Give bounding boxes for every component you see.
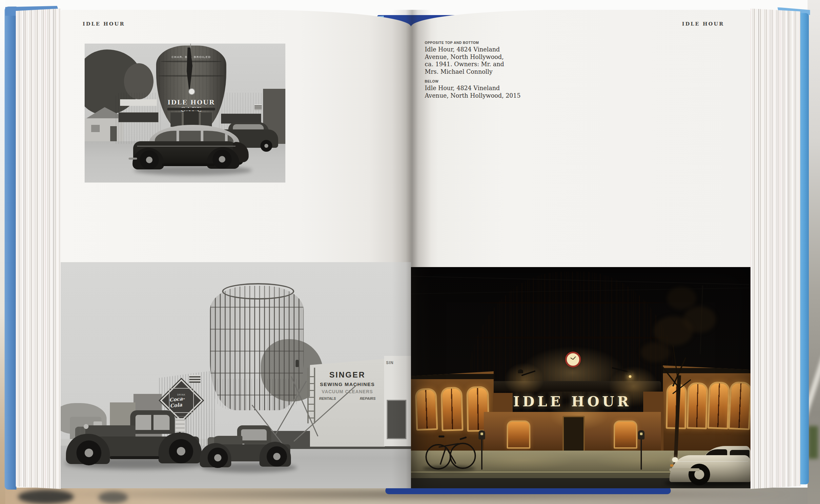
tree-foliage: [667, 287, 696, 310]
caption-block: OPPOSITE TOP AND BOTTOM Idle Hour, 4824 …: [425, 41, 536, 99]
lit-window: [728, 381, 751, 430]
tree-foliage: [641, 342, 670, 362]
wheel-hub: [85, 449, 93, 457]
car-wheel: [208, 448, 228, 468]
book-cover-right-board: [800, 13, 809, 484]
barrel-frame-top-ring: [222, 283, 294, 300]
entrance-canopy: [167, 108, 215, 110]
caption-spacer: [425, 75, 536, 79]
sedan-window-pillars: [155, 131, 234, 142]
cafe-banner: [120, 99, 157, 106]
running-head-right: IDLE HOUR: [682, 21, 724, 27]
bicycle-seat: [439, 436, 444, 437]
porsche-headlight: [672, 457, 678, 462]
porsche-turn-signal: [670, 464, 674, 467]
cottage-window: [91, 125, 100, 132]
lit-window: [415, 388, 438, 431]
coupe-headlight: [84, 424, 88, 429]
tree-foliage: [654, 316, 693, 346]
wheel-hub: [264, 144, 268, 148]
sedan-running-board: [162, 164, 215, 166]
car-wheel: [76, 440, 101, 465]
storefront-sign-partial: SIN: [386, 360, 409, 365]
porsche-body-crease: [673, 461, 748, 462]
caption-line: Idle Hour, 4824 Vineland: [425, 46, 536, 53]
coca-cola-sign-face: DRINK Coca-Cola: [169, 388, 194, 413]
caption-label-below: BELOW: [425, 79, 536, 83]
parking-meter-window: [480, 433, 483, 435]
lit-window: [708, 381, 730, 429]
car-wheel: [169, 439, 193, 463]
photo-idle-hour-1941: CHAR. BRL BROILED IDLE HOUR CAFE: [85, 44, 285, 183]
barrel-clock: [188, 88, 195, 95]
lamp-bulb: [629, 375, 632, 378]
caption-line: Avenue, North Hollywood,: [425, 53, 536, 61]
caption-label-opposite: OPPOSITE TOP AND BOTTOM: [425, 41, 536, 45]
wheel-hub: [273, 453, 281, 460]
coupe-window-pillar: [151, 415, 153, 430]
porsche-wheel: [689, 464, 710, 485]
book-cover-left-board: [5, 7, 16, 490]
photo-idle-hour-2015: IDLE HOUR: [411, 267, 751, 488]
car-wheel: [140, 150, 159, 169]
wheel-hub: [214, 454, 222, 461]
barrel-front-wall: [484, 412, 661, 452]
ladder-rungs: [307, 370, 315, 419]
lit-window: [614, 420, 637, 449]
lit-window: [507, 420, 530, 449]
singer-repairs: REPAIRS: [360, 397, 376, 400]
clock-hand: [570, 358, 573, 360]
entrance-window: [201, 112, 212, 127]
sedan-windows: [155, 131, 234, 142]
bicycle-wheel: [450, 443, 476, 469]
sedan-chrome-trim: [137, 146, 236, 146]
clock-hand: [573, 356, 576, 359]
vent-grille: [189, 375, 200, 383]
storefront-window: [387, 400, 406, 439]
page-stack-left[interactable]: [16, 9, 61, 489]
clock: [565, 352, 581, 367]
small-cafe-sign: [173, 416, 186, 434]
caption-line: Avenue, North Hollywood, 2015: [425, 92, 536, 100]
lit-window: [440, 387, 463, 431]
sedan-bumper: [128, 158, 137, 160]
singer-rentals: RENTALS: [319, 397, 336, 400]
vent-grille: [255, 105, 262, 110]
car-wheel: [267, 446, 287, 467]
book-spread-photo: IDLE HOUR IDLE HOUR OPPOSITE TOP AND BOT…: [0, 0, 820, 504]
caption-line: Mrs. Michael Connolly: [425, 68, 536, 76]
background-car-blur: [808, 426, 818, 459]
singer-sign-line: SEWING MACHINES: [314, 381, 381, 387]
caption-line: ca. 1941. Owners: Mr. and: [425, 61, 536, 68]
barrel-lower-boarding: [215, 379, 300, 410]
cafe-left-windows: [118, 112, 158, 122]
parking-meter-pole: [481, 438, 482, 470]
coupe-running-board: [110, 456, 159, 459]
wheel-hub: [146, 157, 152, 163]
page-stack-right[interactable]: [751, 9, 800, 489]
singer-sign-line: RENTALS REPAIRS: [314, 397, 381, 400]
wing-fascia: [411, 374, 494, 379]
entrance-window: [170, 112, 182, 127]
car-wheel: [261, 140, 272, 152]
running-head-left: IDLE HOUR: [83, 21, 125, 27]
wheel-hub: [177, 447, 185, 456]
photo-idle-hour-construction: SINGER SEWING MACHINES VACUUM CLEANERS R…: [61, 262, 411, 488]
second-car-window: [241, 429, 267, 440]
barrel-hoop: [479, 302, 666, 304]
lit-window: [687, 382, 708, 429]
wheel-hub: [219, 156, 225, 163]
singer-sign-line: SINGER: [314, 370, 381, 379]
coca-cola-script: Coca-Cola: [169, 395, 193, 409]
porsche-bumper: [670, 468, 700, 471]
entrance-door: [562, 416, 585, 455]
caption-line: Idle Hour, 4824 Vineland: [425, 85, 536, 92]
sign-fascia: [484, 381, 661, 392]
light-pool: [470, 451, 575, 470]
lamp-shade: [518, 369, 523, 373]
parking-meter-pole: [641, 438, 642, 470]
parking-meter-window: [640, 433, 643, 435]
car-wheel: [213, 150, 232, 169]
worker-figure: [296, 360, 299, 367]
barrel-hoop: [471, 337, 674, 339]
